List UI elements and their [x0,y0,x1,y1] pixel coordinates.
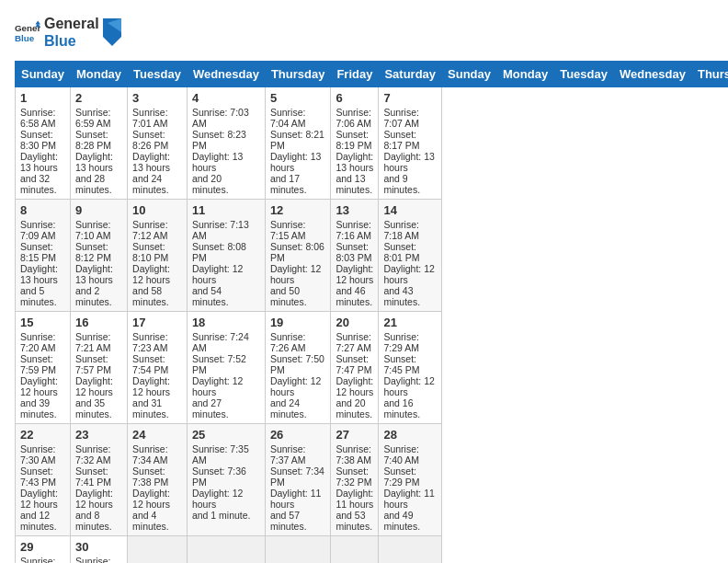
day-info: Daylight: 13 hours [383,151,437,173]
day-info: Daylight: 13 hours [336,151,373,173]
day-info: Sunrise: 7:07 AM [383,107,437,129]
day-info: and 12 minutes. [20,510,65,532]
day-info: Sunrise: 7:06 AM [336,107,373,129]
logo: General Blue General Blue [15,15,121,50]
day-number: 25 [192,428,260,442]
day-info: Daylight: 12 hours [192,263,260,285]
day-info: Sunrise: 7:38 AM [336,443,373,465]
day-info: and 24 minutes. [132,173,182,195]
day-info: Sunrise: 7:30 AM [20,443,65,465]
day-info: Daylight: 12 hours [336,263,373,285]
day-info: Daylight: 11 hours [336,488,373,510]
day-info: Sunset: 7:57 PM [75,353,122,375]
day-info: Sunrise: 7:35 AM [192,443,260,465]
day-number: 14 [383,203,437,217]
day-info: Sunset: 8:19 PM [336,129,373,151]
header-wednesday: Wednesday [613,62,691,87]
calendar-cell: 23Sunrise: 7:32 AMSunset: 7:41 PMDayligh… [70,424,127,536]
day-number: 11 [192,203,260,217]
header-tuesday: Tuesday [554,62,614,87]
header-thursday: Thursday [691,62,728,87]
day-info: Daylight: 11 hours [270,488,326,510]
calendar-cell: 9Sunrise: 7:10 AMSunset: 8:12 PMDaylight… [70,200,127,312]
day-info: and 28 minutes. [75,173,122,195]
day-info: Sunset: 8:08 PM [192,241,260,263]
calendar-cell: 14Sunrise: 7:18 AMSunset: 8:01 PMDayligh… [379,200,442,312]
day-info: and 5 minutes. [20,285,65,307]
day-info: Sunset: 8:10 PM [132,241,182,263]
day-info: and 35 minutes. [75,397,122,419]
day-info: Daylight: 12 hours [270,375,326,397]
day-number: 8 [20,203,65,217]
day-info: Sunrise: 7:10 AM [75,219,122,241]
day-info: Sunrise: 7:34 AM [132,443,182,465]
day-info: and 39 minutes. [20,397,65,419]
day-number: 29 [20,540,65,554]
day-info: Sunrise: 7:26 AM [270,331,326,353]
calendar-cell: 30Sunrise: 7:43 AMSunset: 7:25 PMDayligh… [70,536,127,563]
calendar-cell: 17Sunrise: 7:23 AMSunset: 7:54 PMDayligh… [128,312,188,424]
day-number: 28 [383,428,437,442]
day-info: Sunset: 7:47 PM [336,353,373,375]
day-info: Sunset: 8:12 PM [75,241,122,263]
calendar-cell: 13Sunrise: 7:16 AMSunset: 8:03 PMDayligh… [331,200,379,312]
day-info: and 50 minutes. [270,285,326,307]
calendar-cell: 18Sunrise: 7:24 AMSunset: 7:52 PMDayligh… [187,312,265,424]
day-info: and 16 minutes. [383,397,437,419]
logo-icon: General Blue [15,19,40,45]
calendar-cell: 20Sunrise: 7:27 AMSunset: 7:47 PMDayligh… [331,312,379,424]
day-number: 18 [192,316,260,329]
calendar-cell: 2Sunrise: 6:59 AMSunset: 8:28 PMDaylight… [70,87,127,200]
calendar-cell: 26Sunrise: 7:37 AMSunset: 7:34 PMDayligh… [265,424,331,536]
calendar-table: SundayMondayTuesdayWednesdayThursdayFrid… [15,61,728,563]
day-number: 27 [336,428,373,442]
day-info: Sunrise: 7:29 AM [383,331,437,353]
day-info: Sunset: 7:43 PM [20,465,65,488]
header-saturday: Saturday [379,62,442,87]
day-info: Daylight: 12 hours [383,375,437,397]
day-number: 20 [336,316,373,329]
day-info: and 27 minutes. [192,397,260,419]
svg-text:Blue: Blue [15,33,35,43]
day-info: Sunrise: 7:41 AM [20,556,65,563]
calendar-cell: 10Sunrise: 7:12 AMSunset: 8:10 PMDayligh… [128,200,188,312]
day-info: Sunrise: 7:03 AM [192,107,260,129]
day-info: Sunrise: 7:04 AM [270,107,326,129]
day-info: Sunrise: 6:58 AM [20,107,65,129]
day-info: Sunrise: 7:09 AM [20,219,65,241]
day-number: 10 [132,203,182,217]
calendar-cell: 22Sunrise: 7:30 AMSunset: 7:43 PMDayligh… [16,424,71,536]
calendar-week-5: 29Sunrise: 7:41 AMSunset: 7:27 PMDayligh… [16,536,729,563]
calendar-cell: 24Sunrise: 7:34 AMSunset: 7:38 PMDayligh… [128,424,188,536]
day-info: and 57 minutes. [270,510,326,532]
day-info: Sunset: 7:45 PM [383,353,437,375]
day-info: Sunrise: 7:16 AM [336,219,373,241]
day-number: 22 [20,428,65,442]
day-info: and 49 minutes. [383,510,437,532]
day-info: Sunrise: 7:21 AM [75,331,122,353]
day-info: Daylight: 12 hours [270,263,326,285]
day-info: Daylight: 13 hours [75,263,122,285]
day-info: Sunset: 8:23 PM [192,129,260,151]
day-info: and 31 minutes. [132,397,182,419]
day-info: Sunset: 7:54 PM [132,353,182,375]
calendar-cell: 25Sunrise: 7:35 AMSunset: 7:36 PMDayligh… [187,424,265,536]
calendar-week-1: 1Sunrise: 6:58 AMSunset: 8:30 PMDaylight… [16,87,729,200]
header-thursday: Thursday [265,62,331,87]
day-info: and 20 minutes. [192,173,260,195]
day-info: Sunrise: 7:20 AM [20,331,65,353]
calendar-header-row: SundayMondayTuesdayWednesdayThursdayFrid… [16,62,729,87]
calendar-cell: 16Sunrise: 7:21 AMSunset: 7:57 PMDayligh… [70,312,127,424]
header-sunday: Sunday [16,62,71,87]
day-info: Sunset: 8:30 PM [20,129,65,151]
day-number: 1 [20,91,65,105]
header-monday: Monday [70,62,127,87]
day-number: 19 [270,316,326,329]
calendar-cell [331,536,379,563]
day-info: Sunrise: 7:37 AM [270,443,326,465]
calendar-cell: 29Sunrise: 7:41 AMSunset: 7:27 PMDayligh… [16,536,71,563]
calendar-cell: 28Sunrise: 7:40 AMSunset: 7:29 PMDayligh… [379,424,442,536]
day-info: Sunrise: 7:12 AM [132,219,182,241]
calendar-cell: 19Sunrise: 7:26 AMSunset: 7:50 PMDayligh… [265,312,331,424]
day-info: Sunset: 8:17 PM [383,129,437,151]
